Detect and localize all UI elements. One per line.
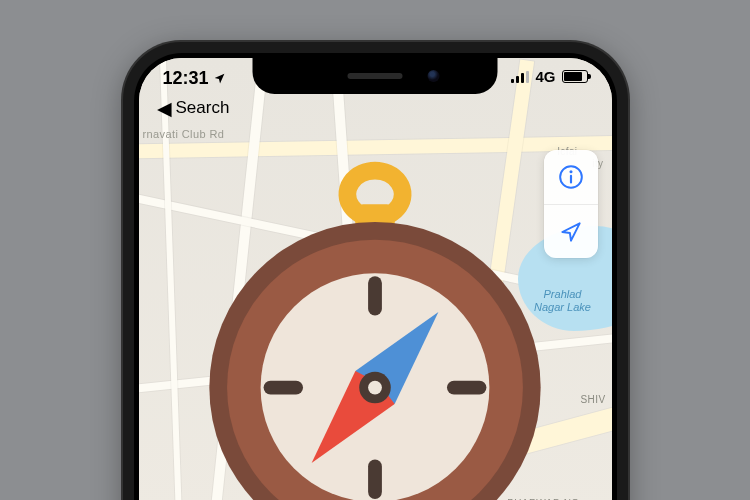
info-icon [558, 164, 584, 190]
map-view[interactable]: Prahlad Nagar Lake rnavati Club Rd Icfai… [139, 58, 612, 500]
screen: 12:31 4G ◀ Search [139, 58, 612, 500]
road [139, 396, 612, 500]
road [139, 329, 612, 395]
area-label-shiv: SHIV [581, 394, 606, 405]
back-label: Search [176, 98, 230, 118]
location-arrow-icon [558, 219, 584, 245]
phone-bezel: 12:31 4G ◀ Search [134, 53, 617, 500]
road [203, 59, 267, 500]
locate-button[interactable] [544, 204, 598, 258]
back-button[interactable]: ◀ Search [157, 98, 230, 118]
svg-rect-2 [569, 175, 571, 184]
poi-pin-icon [279, 458, 293, 472]
status-right: 4G [511, 68, 587, 85]
status-left: 12:31 [163, 68, 226, 89]
poi-label-text: Fries Wallah [279, 474, 340, 486]
lake-label: Prahlad Nagar Lake [528, 288, 598, 313]
location-arrow-icon [213, 72, 226, 85]
signal-icon [511, 71, 529, 83]
road-label-vas: Vas [409, 433, 424, 454]
svg-point-1 [569, 170, 572, 173]
road [159, 58, 183, 500]
notch [253, 58, 498, 94]
area-label-simandhar: SIMANDHAR TENEMENT [417, 466, 507, 488]
poi-fries[interactable]: Fries Wallah [279, 458, 340, 486]
phone-frame: 12:31 4G ◀ Search [123, 42, 628, 500]
network-label: 4G [535, 68, 555, 85]
road [330, 58, 376, 500]
status-time: 12:31 [163, 68, 209, 89]
road-label: rnavati Club Rd [143, 128, 225, 140]
map-controls [544, 150, 598, 258]
speaker-grille [348, 73, 403, 79]
front-camera [428, 70, 440, 82]
chevron-left-icon: ◀ [157, 99, 172, 118]
info-button[interactable] [544, 150, 598, 204]
battery-icon [562, 70, 588, 83]
